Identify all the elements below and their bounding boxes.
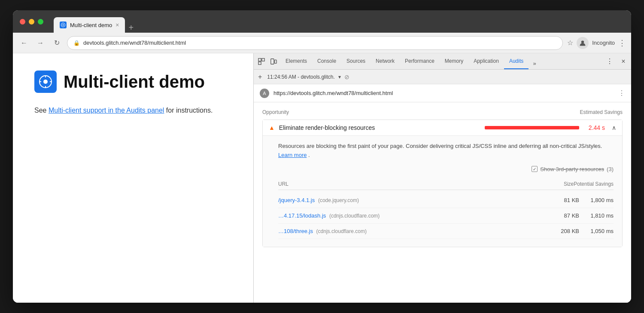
tab-close-button[interactable]: × [115,21,119,28]
address-field[interactable]: 🔒 devtools.glitch.me/wndt78/multiclient.… [67,36,563,50]
back-button[interactable]: ← [18,37,30,49]
tab-memory[interactable]: Memory [440,53,468,69]
audit-bar-container: 2.44 s [485,124,605,131]
description-text: Resources are blocking the first paint o… [278,143,602,149]
resource-url-main-3: …108/three.js [278,228,313,234]
address-text: devtools.glitch.me/wndt78/multiclient.ht… [83,40,186,46]
audit-item: ▲ Eliminate render-blocking resources 2.… [262,120,623,247]
profile-button[interactable] [577,37,589,49]
svg-rect-13 [275,60,276,63]
resource-url-origin-2: (cdnjs.cloudflare.com) [329,213,380,219]
reload-button[interactable]: ↻ [51,37,63,49]
resource-size-2: 87 KB [545,212,579,219]
tab-application[interactable]: Application [468,53,504,69]
tab-bar: Multi-client demo × + [54,10,134,33]
third-party-checkbox[interactable]: ✓ [532,166,538,172]
devtools-toolbar: Elements Console Sources Network Perform… [254,53,631,70]
browser-window: Multi-client demo × + ← → ↻ 🔒 devtools.g… [13,10,631,303]
traffic-lights [20,19,43,25]
browser-right-icons: ☆ Incognito ⋮ [567,37,626,49]
new-tab-button[interactable]: + [128,23,134,33]
audit-expanded-content: Resources are blocking the first paint o… [263,135,622,247]
resource-url-3: …108/three.js (cdnjs.cloudflare.com) [278,228,545,234]
resource-size-1: 81 KB [545,197,579,203]
description-period: . [308,152,310,158]
devtools-close-button[interactable]: × [617,55,629,68]
resource-url-1: /jquery-3.4.1.js (code.jquery.com) [278,197,545,203]
tab-performance[interactable]: Performance [400,53,440,69]
audits-panel-link[interactable]: Multi-client support in the Audits panel [49,107,164,114]
forward-button[interactable]: → [34,37,46,49]
devtools-tabs: Elements Console Sources Network Perform… [280,53,604,69]
audit-url-menu[interactable]: ⋮ [618,89,625,97]
devtools-secondary-bar: + 11:24:56 AM - devtools.glitch. ▾ ⊘ [254,70,631,84]
tab-network[interactable]: Network [371,53,400,69]
more-tabs-button[interactable]: » [529,57,541,69]
audit-item-header[interactable]: ▲ Eliminate render-blocking resources 2.… [263,120,622,135]
table-row: …108/three.js (cdnjs.cloudflare.com) 208… [278,224,614,239]
third-party-label: Show 3rd-party resources [540,166,604,172]
resource-savings-1: 1,800 ms [579,197,614,203]
device-toolbar-button[interactable] [267,55,279,68]
resource-table-header: URL Size Potential Savings [278,178,614,190]
inspect-element-button[interactable] [255,55,267,68]
tab-title: Multi-client demo [70,22,112,28]
resource-table: URL Size Potential Savings /jquery-3.4.1… [278,178,614,239]
devtools-toolbar-right: ⋮ × [604,55,629,68]
incognito-label: Incognito [592,40,615,46]
title-bar: Multi-client demo × + [13,10,631,33]
devtools-menu-button[interactable]: ⋮ [604,55,616,68]
block-button[interactable]: ⊘ [344,74,349,80]
browser-menu-button[interactable]: ⋮ [618,38,626,48]
audit-url-text: https://devtools.glitch.me/wndt78/multic… [273,90,393,96]
opportunity-label: Opportunity [262,109,289,115]
page-logo [34,71,57,93]
table-row: /jquery-3.4.1.js (code.jquery.com) 81 KB… [278,193,614,208]
svg-rect-10 [262,58,264,61]
main-content: Multi-client demo See Multi-client suppo… [13,53,631,303]
svg-rect-12 [271,58,274,64]
resource-size-3: 208 KB [545,228,579,234]
audits-content: Opportunity Estimated Savings ▲ Eliminat… [254,102,631,303]
resource-url-main-1: /jquery-3.4.1.js [278,197,315,203]
svg-point-2 [581,40,584,43]
browser-tab-active[interactable]: Multi-client demo × [54,17,125,33]
estimated-savings-label: Estimated Savings [580,109,623,115]
maximize-traffic-light[interactable] [38,19,43,25]
page-logo-row: Multi-client demo [34,71,232,93]
audit-warning-icon: ▲ [269,124,275,131]
svg-point-4 [43,80,48,84]
tab-elements[interactable]: Elements [280,53,312,69]
col-url-header: URL [278,181,539,187]
resource-savings-3: 1,050 ms [579,228,614,234]
tab-console[interactable]: Console [312,53,341,69]
dropdown-arrow[interactable]: ▾ [338,74,341,80]
minimize-traffic-light[interactable] [29,19,34,25]
resource-url-2: …4.17.15/lodash.js (cdnjs.cloudflare.com… [278,212,545,219]
tab-favicon [60,21,67,28]
tab-sources[interactable]: Sources [341,53,371,69]
close-traffic-light[interactable] [20,19,25,25]
learn-more-link[interactable]: Learn more [278,152,307,158]
tab-audits[interactable]: Audits [504,53,529,69]
add-audit-button[interactable]: + [258,73,262,81]
page-title: Multi-client demo [64,72,205,92]
bookmark-icon[interactable]: ☆ [567,39,573,47]
svg-point-1 [63,25,64,26]
third-party-count: (3) [607,166,614,172]
audit-chevron-icon[interactable]: ∧ [612,124,616,131]
audit-description: Resources are blocking the first paint o… [278,142,614,160]
page-content: Multi-client demo See Multi-client suppo… [13,53,253,303]
resource-url-origin-1: (code.jquery.com) [318,197,359,203]
resource-savings-2: 1,810 ms [579,212,614,219]
svg-rect-9 [258,58,261,61]
audit-item-title: Eliminate render-blocking resources [279,124,480,131]
svg-rect-11 [258,61,261,64]
col-size-header: Size [539,181,574,187]
audit-timestamp: 11:24:56 AM - devtools.glitch. [267,74,334,80]
third-party-row: ✓ Show 3rd-party resources (3) [278,166,614,172]
description-after: for instructions. [164,107,213,114]
devtools-url-row: A https://devtools.glitch.me/wndt78/mult… [254,84,631,102]
address-bar: ← → ↻ 🔒 devtools.glitch.me/wndt78/multic… [13,33,631,53]
audit-url-icon: A [260,89,269,98]
